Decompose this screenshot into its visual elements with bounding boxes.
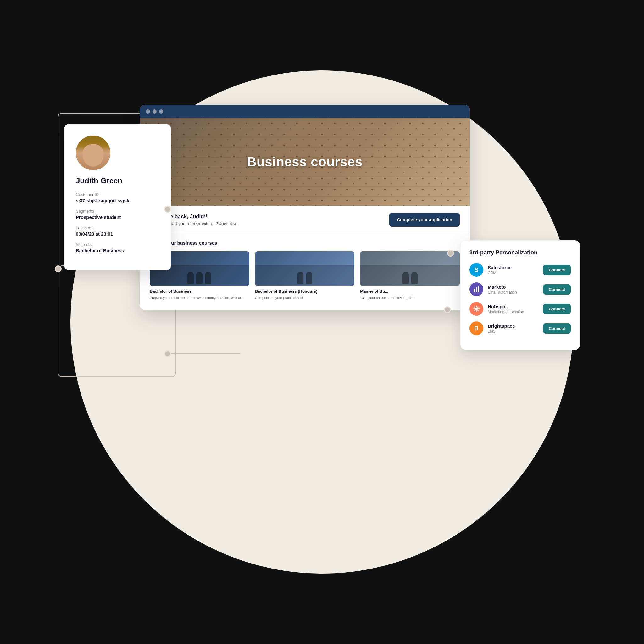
hero-title: Business courses	[247, 154, 363, 169]
hubspot-name: Hubspot	[488, 304, 539, 309]
course-thumb-2	[255, 251, 355, 286]
course-desc-1: Prepare yourself to meet the new economy…	[150, 296, 249, 300]
course-name-3: Master of Bu...	[360, 289, 460, 294]
courses-section-title: Explore our business courses	[150, 240, 460, 246]
browser-content: Welcome back, Judith! Ready to start you…	[140, 206, 470, 310]
brightspace-info: Brightspace LMS	[488, 323, 539, 334]
connector-dot-1	[164, 206, 171, 213]
course-name-2: Bachelor of Business (Honours)	[255, 289, 355, 294]
figure	[403, 272, 409, 284]
course-figures-2	[297, 272, 312, 284]
third-party-title: 3rd-party Personalization	[469, 249, 571, 256]
salesforce-icon: S	[469, 263, 483, 277]
third-party-card: 3rd-party Personalization S Salesforce C…	[460, 240, 580, 350]
hubspot-sprocket-icon	[473, 305, 480, 312]
figure	[297, 272, 303, 284]
course-card-3[interactable]: Master of Bu... Take your career... and …	[360, 251, 460, 300]
profile-name: Judith Green	[76, 176, 159, 185]
last-seen-label: Last seen	[76, 225, 159, 230]
courses-section: Explore our business courses Bachelor of…	[140, 234, 470, 310]
salesforce-name: Salesforce	[488, 265, 539, 270]
segments-label: Segments	[76, 209, 159, 214]
salesforce-info: Salesforce CRM	[488, 265, 539, 275]
browser-dot-1	[146, 109, 150, 114]
segments-value: Prospective student	[76, 214, 159, 220]
course-figures-3	[403, 272, 418, 284]
brightspace-connect-button[interactable]: Connect	[543, 323, 571, 334]
courses-grid: Bachelor of Business Prepare yourself to…	[150, 251, 460, 300]
hubspot-info: Hubspot Marketing automation	[488, 304, 539, 314]
brightspace-name: Brightspace	[488, 323, 539, 329]
figure	[411, 272, 418, 284]
figure	[205, 272, 211, 284]
customer-id-label: Customer ID	[76, 192, 159, 197]
svg-point-9	[475, 308, 478, 310]
marketo-info: Marketo Email automation	[488, 284, 539, 295]
brightspace-icon: B	[469, 321, 483, 335]
course-name-1: Bachelor of Business	[150, 289, 249, 294]
welcome-bar: Welcome back, Judith! Ready to start you…	[140, 206, 470, 234]
salesforce-type: CRM	[488, 271, 539, 275]
browser-dot-3	[159, 109, 163, 114]
browser-window: Business courses Welcome back, Judith! R…	[140, 105, 470, 310]
integration-brightspace: B Brightspace LMS Connect	[469, 321, 571, 335]
avatar-face	[76, 136, 110, 170]
figure	[306, 272, 312, 284]
customer-id-field: Customer ID sj37-shjkf-suygud-svjskl	[76, 192, 159, 203]
marketo-icon	[469, 282, 483, 296]
avatar	[76, 136, 110, 170]
browser-titlebar	[140, 105, 470, 118]
browser-hero: Business courses	[140, 118, 470, 206]
last-seen-value: 03/04/23 at 23:01	[76, 231, 159, 236]
integration-salesforce: S Salesforce CRM Connect	[469, 263, 571, 277]
marketo-name: Marketo	[488, 284, 539, 290]
interests-value: Bachelor of Business	[76, 248, 159, 253]
course-card-2[interactable]: Bachelor of Business (Honours) Complemen…	[255, 251, 355, 300]
hubspot-icon	[469, 302, 483, 316]
connector-dot-2	[55, 265, 62, 272]
hubspot-type: Marketing automation	[488, 310, 539, 314]
brightspace-type: LMS	[488, 329, 539, 334]
connector-dot-3	[164, 350, 171, 357]
last-seen-field: Last seen 03/04/23 at 23:01	[76, 225, 159, 236]
marketo-bar-icon	[473, 286, 480, 293]
interests-label: Interests	[76, 242, 159, 247]
salesforce-connect-button[interactable]: Connect	[543, 265, 571, 275]
integration-hubspot: Hubspot Marketing automation Connect	[469, 302, 571, 316]
profile-card: Judith Green Customer ID sj37-shjkf-suyg…	[64, 124, 171, 270]
browser-dot-2	[153, 109, 157, 114]
hubspot-connect-button[interactable]: Connect	[543, 304, 571, 314]
svg-rect-6	[474, 289, 475, 292]
cta-button[interactable]: Complete your application	[389, 213, 460, 227]
figure	[187, 272, 194, 284]
segments-field: Segments Prospective student	[76, 209, 159, 220]
customer-id-value: sj37-shjkf-suygud-svjskl	[76, 198, 159, 203]
course-desc-3: Take your career... and develop th...	[360, 296, 460, 300]
connector-dot-4	[444, 306, 451, 313]
connector-dot-5	[447, 250, 454, 257]
svg-rect-8	[478, 286, 479, 292]
course-thumb-3	[360, 251, 460, 286]
course-desc-2: Complement your practical skills	[255, 296, 355, 300]
interests-field: Interests Bachelor of Business	[76, 242, 159, 253]
svg-rect-7	[476, 287, 477, 292]
marketo-type: Email automation	[488, 290, 539, 295]
course-figures-1	[187, 272, 211, 284]
figure	[196, 272, 203, 284]
marketo-connect-button[interactable]: Connect	[543, 284, 571, 295]
integration-marketo: Marketo Email automation Connect	[469, 282, 571, 296]
